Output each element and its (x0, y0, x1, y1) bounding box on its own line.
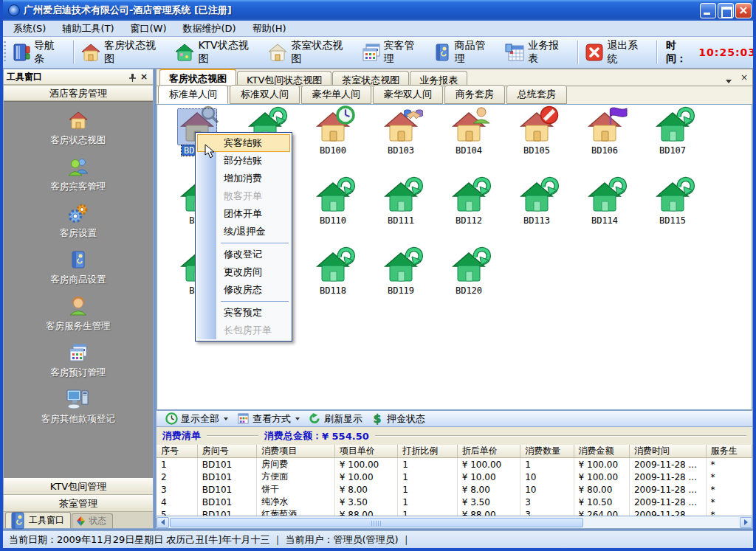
room-BD114[interactable]: BD114 (571, 181, 639, 251)
context-menu-item-2[interactable]: 增加消费 (197, 170, 290, 187)
house-red-icon (68, 108, 89, 133)
panel-toolbar-button-3[interactable]: $押金状态 (368, 412, 431, 426)
table-row[interactable]: 3BD101饼干¥ 8.001¥ 8.0010¥ 80.002009-11-28… (157, 483, 752, 496)
tab-close-icon[interactable]: × (736, 72, 752, 83)
menubar-item-3[interactable]: 数据维护(D) (177, 21, 247, 37)
room-house-icon (587, 181, 622, 213)
table-header-8[interactable]: 消费时间 (629, 445, 706, 458)
table-row[interactable]: 2BD101方便面¥ 10.001¥ 10.0010¥ 100.002009-1… (157, 471, 752, 483)
room-BD103[interactable]: BD103 (367, 111, 435, 181)
room-BD110[interactable]: BD110 (299, 181, 367, 251)
toolbar-grip[interactable] (4, 41, 6, 63)
table-header-6[interactable]: 消费数量 (520, 445, 574, 458)
tab-list-dropdown-icon[interactable] (726, 80, 732, 83)
doc-tab-1[interactable]: KTV包间状态视图 (237, 71, 331, 86)
menubar-item-2[interactable]: 窗口(W) (125, 21, 177, 37)
room-type-tab-1[interactable]: 标准双人间 (230, 85, 300, 104)
room-type-tab-2[interactable]: 豪华单人间 (301, 85, 371, 104)
room-BD111[interactable]: BD111 (367, 181, 435, 251)
horizontal-scrollbar[interactable] (156, 516, 753, 529)
sidebar-group-button-0[interactable]: KTV包间管理 (4, 478, 153, 495)
room-BD113[interactable]: BD113 (503, 181, 571, 251)
context-menu-item-4[interactable]: 团体开单 (197, 205, 290, 223)
sidebar-item-5[interactable]: 客房预订管理 (4, 340, 153, 387)
table-header-1[interactable]: 房间号 (197, 445, 256, 458)
sidebar-item-6[interactable]: 客房其他款项登记 (4, 387, 153, 433)
toolbar-button-6[interactable]: 业务报表 (501, 37, 574, 68)
sidebar-item-1[interactable]: 客房宾客管理 (4, 154, 153, 201)
minimize-button[interactable] (700, 3, 716, 18)
dropdown-arrow-icon[interactable] (224, 417, 228, 420)
sidebar-group-button-1[interactable]: 茶室管理 (4, 495, 153, 512)
sidebar-group-hotel-rooms[interactable]: 酒店客房管理 (4, 85, 153, 101)
table-header-2[interactable]: 消费项目 (257, 445, 335, 458)
table-header-7[interactable]: 消费金额 (574, 445, 629, 458)
doc-tab-2[interactable]: 茶室状态视图 (332, 71, 409, 86)
room-BD106[interactable]: BD106 (571, 111, 639, 181)
table-cell: ¥ 10.00 (457, 471, 520, 483)
toolbar-button-4[interactable]: 宾客管理 (358, 37, 430, 68)
table-row[interactable]: 1BD101房间费¥ 100.001¥ 100.001¥ 100.002009-… (157, 458, 752, 471)
table-cell: BD101 (197, 496, 256, 508)
context-menu-item-9[interactable]: 修改房态 (197, 281, 290, 299)
toolbar-button-2[interactable]: KTV状态视图 (171, 37, 264, 68)
table-header-3[interactable]: 项目单价 (334, 445, 397, 458)
room-type-tab-5[interactable]: 总统套房 (506, 85, 567, 104)
toolbar-button-0[interactable]: 导航条 (8, 37, 70, 68)
table-cell: 1 (398, 508, 457, 516)
sidebar-item-4[interactable]: 客房服务生管理 (4, 294, 153, 340)
room-type-tab-3[interactable]: 豪华双人间 (373, 85, 443, 104)
room-type-tab-0[interactable]: 标准单人间 (158, 85, 228, 104)
context-menu-item-8[interactable]: 更改房间 (197, 263, 290, 281)
sidebar-footer-tab-1[interactable]: 状态 (72, 513, 113, 528)
panel-toolbar-button-0[interactable]: 显示全部 (162, 412, 234, 426)
menubar-item-4[interactable]: 帮助(H) (247, 21, 297, 37)
room-BD107[interactable]: BD107 (639, 111, 707, 181)
table-header-0[interactable]: 序号 (157, 445, 197, 458)
doc-tab-3[interactable]: 业务报表 (410, 71, 467, 86)
context-menu-item-11[interactable]: 宾客预定 (197, 304, 290, 322)
room-type-tab-4[interactable]: 商务套房 (444, 85, 505, 104)
context-menu-item-7[interactable]: 修改登记 (197, 246, 290, 263)
toolbar-button-1[interactable]: 客房状态视图 (77, 37, 171, 68)
room-BD120[interactable]: BD120 (435, 251, 503, 321)
menubar-item-1[interactable]: 辅助工具(T) (56, 21, 124, 37)
scrollbar-thumb[interactable] (170, 518, 583, 527)
room-BD115[interactable]: BD115 (639, 181, 707, 251)
time-value: 10:25:03 (698, 46, 756, 58)
room-BD118[interactable]: BD118 (299, 251, 367, 321)
toolbar-button-7[interactable]: 退出系统 (581, 37, 653, 68)
maximize-button[interactable] (718, 3, 734, 18)
toolbar-button-5[interactable]: 商品管理 (430, 37, 501, 68)
table-row[interactable]: 5BD101红葡萄酒¥ 88.001¥ 88.003¥ 264.002009-1… (157, 508, 752, 516)
close-button[interactable] (735, 3, 752, 18)
toolbar-button-3[interactable]: 茶室状态视图 (264, 37, 357, 68)
table-row[interactable]: 4BD101纯净水¥ 3.501¥ 3.503¥ 10.502009-11-28… (157, 496, 752, 508)
scroll-right-icon[interactable] (740, 517, 752, 528)
sidebar-item-3[interactable]: 客房商品设置 (4, 247, 153, 294)
scroll-left-icon[interactable] (157, 517, 169, 528)
table-header-9[interactable]: 服务生 (706, 445, 752, 458)
footer-tab-label: 工具窗口 (29, 514, 64, 527)
dropdown-arrow-icon[interactable] (295, 417, 300, 420)
close-panel-icon[interactable]: × (138, 72, 150, 82)
room-BD119[interactable]: BD119 (367, 251, 435, 321)
table-header-4[interactable]: 打折比例 (398, 445, 457, 458)
context-menu-item-5[interactable]: 续/退押金 (197, 223, 290, 240)
vacant-arrow-badge-icon (676, 105, 695, 125)
toolbar-button-label: 客房状态视图 (104, 39, 165, 66)
room-BD104[interactable]: BD104 (435, 111, 503, 181)
doc-tab-0[interactable]: 客房状态视图 (159, 69, 236, 86)
panel-toolbar-button-2[interactable]: 刷新显示 (306, 412, 368, 426)
panel-toolbar-button-1[interactable]: 查看方式 (234, 412, 306, 426)
room-BD105[interactable]: BD105 (503, 111, 571, 181)
sidebar-item-2[interactable]: 客房设置 (4, 201, 153, 247)
table-header-5[interactable]: 折后单价 (457, 445, 520, 458)
room-BD100[interactable]: BD100 (299, 111, 367, 181)
sidebar-item-0[interactable]: 客房状态视图 (4, 108, 153, 154)
pin-icon[interactable] (126, 72, 138, 82)
menubar-item-0[interactable]: 系统(S) (7, 21, 56, 37)
sidebar-footer-tab-0[interactable]: 工具窗口 (5, 512, 71, 528)
room-BD112[interactable]: BD112 (435, 181, 503, 251)
table-cell: 房间费 (257, 458, 335, 471)
